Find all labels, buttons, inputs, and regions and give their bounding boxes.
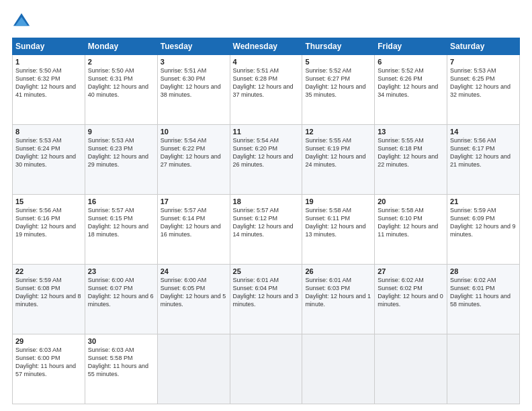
logo-icon — [12, 12, 31, 31]
day-info: Sunrise: 6:02 AM Sunset: 6:02 PM Dayligh… — [378, 276, 444, 309]
calendar-cell: 30Sunrise: 6:03 AM Sunset: 5:58 PM Dayli… — [85, 334, 157, 404]
day-number: 21 — [450, 197, 517, 205]
header-row: Sunday Monday Tuesday Wednesday Thursday… — [13, 38, 520, 55]
calendar-cell: 4Sunrise: 5:51 AM Sunset: 6:28 PM Daylig… — [230, 55, 302, 125]
calendar-cell: 28Sunrise: 6:02 AM Sunset: 6:01 PM Dayli… — [447, 265, 520, 334]
calendar-header: Sunday Monday Tuesday Wednesday Thursday… — [13, 38, 520, 55]
day-number: 9 — [88, 128, 154, 136]
day-number: 25 — [233, 267, 300, 275]
day-number: 19 — [305, 197, 371, 205]
day-info: Sunrise: 5:52 AM Sunset: 6:27 PM Dayligh… — [305, 66, 371, 99]
day-number: 8 — [15, 128, 82, 136]
col-saturday: Saturday — [447, 38, 520, 55]
day-info: Sunrise: 6:00 AM Sunset: 6:07 PM Dayligh… — [88, 276, 154, 309]
calendar-cell: 18Sunrise: 5:57 AM Sunset: 6:12 PM Dayli… — [230, 195, 302, 265]
day-info: Sunrise: 5:54 AM Sunset: 6:20 PM Dayligh… — [233, 136, 300, 169]
col-wednesday: Wednesday — [230, 38, 302, 55]
calendar-cell: 26Sunrise: 6:01 AM Sunset: 6:03 PM Dayli… — [302, 265, 375, 334]
calendar-cell: 22Sunrise: 5:59 AM Sunset: 6:08 PM Dayli… — [13, 265, 85, 334]
calendar-cell: 11Sunrise: 5:54 AM Sunset: 6:20 PM Dayli… — [230, 125, 302, 195]
day-info: Sunrise: 5:52 AM Sunset: 6:26 PM Dayligh… — [378, 66, 444, 99]
week-row: 8Sunrise: 5:53 AM Sunset: 6:24 PM Daylig… — [13, 125, 520, 195]
col-friday: Friday — [375, 38, 447, 55]
day-number: 10 — [161, 128, 227, 136]
calendar-cell: 14Sunrise: 5:56 AM Sunset: 6:17 PM Dayli… — [447, 125, 520, 195]
day-number: 3 — [161, 58, 227, 66]
day-number: 22 — [15, 267, 82, 275]
calendar-cell: 12Sunrise: 5:55 AM Sunset: 6:19 PM Dayli… — [302, 125, 375, 195]
day-number: 26 — [305, 267, 371, 275]
day-number: 20 — [378, 197, 444, 205]
day-number: 13 — [378, 128, 444, 136]
day-number: 27 — [378, 267, 444, 275]
day-number: 29 — [15, 337, 82, 345]
day-number: 12 — [305, 128, 371, 136]
week-row: 1Sunrise: 5:50 AM Sunset: 6:32 PM Daylig… — [13, 55, 520, 125]
calendar-cell: 15Sunrise: 5:56 AM Sunset: 6:16 PM Dayli… — [13, 195, 85, 265]
day-number: 7 — [450, 58, 517, 66]
calendar-table: Sunday Monday Tuesday Wednesday Thursday… — [12, 38, 520, 404]
calendar-cell: 16Sunrise: 5:57 AM Sunset: 6:15 PM Dayli… — [85, 195, 157, 265]
calendar-body: 1Sunrise: 5:50 AM Sunset: 6:32 PM Daylig… — [13, 55, 520, 404]
day-info: Sunrise: 5:53 AM Sunset: 6:25 PM Dayligh… — [450, 66, 517, 99]
day-number: 5 — [305, 58, 371, 66]
day-info: Sunrise: 5:53 AM Sunset: 6:24 PM Dayligh… — [15, 136, 82, 169]
day-info: Sunrise: 5:54 AM Sunset: 6:22 PM Dayligh… — [161, 136, 227, 169]
day-info: Sunrise: 5:51 AM Sunset: 6:28 PM Dayligh… — [233, 66, 300, 99]
day-info: Sunrise: 5:59 AM Sunset: 6:09 PM Dayligh… — [450, 206, 517, 239]
week-row: 29Sunrise: 6:03 AM Sunset: 6:00 PM Dayli… — [13, 334, 520, 404]
calendar-cell: 1Sunrise: 5:50 AM Sunset: 6:32 PM Daylig… — [13, 55, 85, 125]
day-info: Sunrise: 5:58 AM Sunset: 6:11 PM Dayligh… — [305, 206, 371, 239]
day-info: Sunrise: 5:51 AM Sunset: 6:30 PM Dayligh… — [161, 66, 227, 99]
calendar-cell — [447, 334, 520, 404]
day-number: 24 — [161, 267, 227, 275]
day-number: 17 — [161, 197, 227, 205]
day-number: 16 — [88, 197, 154, 205]
calendar-cell: 24Sunrise: 6:00 AM Sunset: 6:05 PM Dayli… — [157, 265, 230, 334]
calendar-cell: 8Sunrise: 5:53 AM Sunset: 6:24 PM Daylig… — [13, 125, 85, 195]
calendar-cell: 3Sunrise: 5:51 AM Sunset: 6:30 PM Daylig… — [157, 55, 230, 125]
day-info: Sunrise: 5:56 AM Sunset: 6:16 PM Dayligh… — [15, 206, 82, 239]
col-sunday: Sunday — [13, 38, 85, 55]
page: Sunday Monday Tuesday Wednesday Thursday… — [0, 0, 532, 411]
week-row: 15Sunrise: 5:56 AM Sunset: 6:16 PM Dayli… — [13, 195, 520, 265]
calendar-cell: 29Sunrise: 6:03 AM Sunset: 6:00 PM Dayli… — [13, 334, 85, 404]
calendar-cell — [302, 334, 375, 404]
day-info: Sunrise: 5:59 AM Sunset: 6:08 PM Dayligh… — [15, 276, 82, 309]
calendar-cell — [375, 334, 447, 404]
day-number: 11 — [233, 128, 300, 136]
day-number: 14 — [450, 128, 517, 136]
calendar-cell: 13Sunrise: 5:55 AM Sunset: 6:18 PM Dayli… — [375, 125, 447, 195]
calendar-cell: 19Sunrise: 5:58 AM Sunset: 6:11 PM Dayli… — [302, 195, 375, 265]
day-number: 28 — [450, 267, 517, 275]
day-info: Sunrise: 6:03 AM Sunset: 6:00 PM Dayligh… — [15, 346, 82, 379]
header — [12, 12, 520, 31]
day-info: Sunrise: 5:57 AM Sunset: 6:14 PM Dayligh… — [161, 206, 227, 239]
day-info: Sunrise: 6:01 AM Sunset: 6:04 PM Dayligh… — [233, 276, 300, 309]
day-info: Sunrise: 5:57 AM Sunset: 6:12 PM Dayligh… — [233, 206, 300, 239]
day-info: Sunrise: 6:01 AM Sunset: 6:03 PM Dayligh… — [305, 276, 371, 309]
calendar-cell — [230, 334, 302, 404]
day-info: Sunrise: 5:57 AM Sunset: 6:15 PM Dayligh… — [88, 206, 154, 239]
week-row: 22Sunrise: 5:59 AM Sunset: 6:08 PM Dayli… — [13, 265, 520, 334]
calendar-cell: 9Sunrise: 5:53 AM Sunset: 6:23 PM Daylig… — [85, 125, 157, 195]
calendar-cell: 20Sunrise: 5:58 AM Sunset: 6:10 PM Dayli… — [375, 195, 447, 265]
day-info: Sunrise: 6:02 AM Sunset: 6:01 PM Dayligh… — [450, 276, 517, 309]
day-number: 4 — [233, 58, 300, 66]
day-info: Sunrise: 5:53 AM Sunset: 6:23 PM Dayligh… — [88, 136, 154, 169]
day-info: Sunrise: 6:03 AM Sunset: 5:58 PM Dayligh… — [88, 346, 154, 379]
day-number: 2 — [88, 58, 154, 66]
calendar-cell: 25Sunrise: 6:01 AM Sunset: 6:04 PM Dayli… — [230, 265, 302, 334]
day-info: Sunrise: 5:50 AM Sunset: 6:31 PM Dayligh… — [88, 66, 154, 99]
day-number: 23 — [88, 267, 154, 275]
day-info: Sunrise: 5:56 AM Sunset: 6:17 PM Dayligh… — [450, 136, 517, 169]
calendar-cell: 7Sunrise: 5:53 AM Sunset: 6:25 PM Daylig… — [447, 55, 520, 125]
day-number: 6 — [378, 58, 444, 66]
calendar-cell: 17Sunrise: 5:57 AM Sunset: 6:14 PM Dayli… — [157, 195, 230, 265]
col-monday: Monday — [85, 38, 157, 55]
day-number: 18 — [233, 197, 300, 205]
calendar-cell: 23Sunrise: 6:00 AM Sunset: 6:07 PM Dayli… — [85, 265, 157, 334]
col-thursday: Thursday — [302, 38, 375, 55]
day-number: 15 — [15, 197, 82, 205]
calendar-cell: 5Sunrise: 5:52 AM Sunset: 6:27 PM Daylig… — [302, 55, 375, 125]
